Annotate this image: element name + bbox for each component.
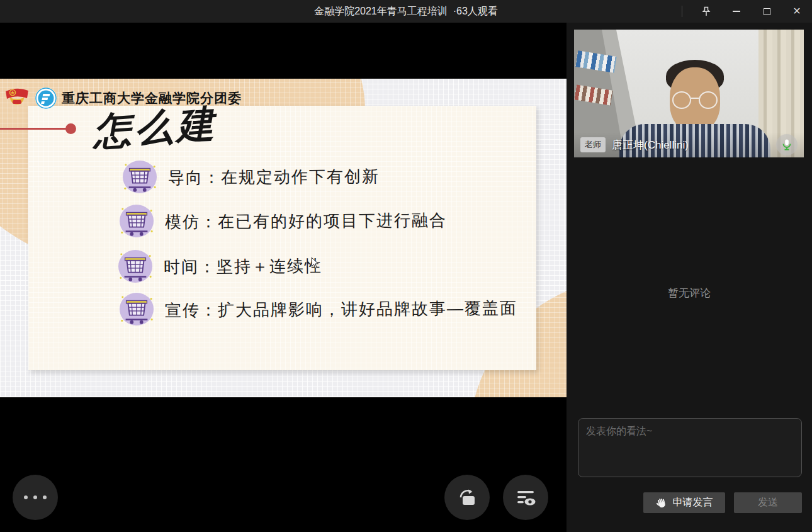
bullet-text: 导向：在规定动作下有创新: [168, 165, 380, 188]
comment-visibility-icon: [514, 486, 537, 509]
sidebar-actions: 申请发言 发送: [643, 492, 802, 513]
maximize-icon: [764, 8, 770, 15]
bullet-item: 模仿：在已有的好的项目下进行融合: [118, 203, 447, 239]
more-options-icon: [24, 495, 47, 499]
pin-icon: [700, 5, 713, 18]
mouse-cursor: [311, 257, 320, 269]
bullet-item: 时间：坚持＋连续性: [117, 249, 322, 284]
bullet-text: 宣传：扩大品牌影响，讲好品牌故事—覆盖面: [165, 297, 517, 322]
close-icon: ✕: [792, 6, 801, 16]
slide-title: 怎么建: [91, 98, 219, 158]
pin-button[interactable]: [691, 0, 721, 23]
window-title: 金融学院2021年青马工程培训 ·63人观看: [314, 5, 498, 18]
send-button[interactable]: 发送: [734, 492, 802, 513]
speaker-name: 唐正坤(Chiellini): [612, 138, 689, 152]
bullet-item: 导向：在规定动作下有创新: [121, 159, 380, 195]
controls-divider: [682, 6, 682, 17]
interaction-sidebar: 老师 唐正坤(Chiellini) 暂无评论: [567, 23, 812, 532]
bullet-text: 时间：坚持＋连续性: [164, 255, 322, 278]
shopping-cart-icon: [118, 203, 155, 239]
shopping-cart-icon: [121, 159, 158, 195]
more-options-button[interactable]: [13, 475, 58, 520]
shopping-cart-icon: [117, 249, 154, 284]
bullet-text: 模仿：在已有的好的项目下进行融合: [165, 209, 447, 233]
rotate-screen-icon: [455, 485, 479, 509]
session-title: 金融学院2021年青马工程培训: [314, 5, 448, 18]
maximize-button[interactable]: [752, 0, 782, 23]
comment-input[interactable]: [578, 418, 802, 477]
title-accent-dot: [65, 123, 76, 134]
comment-visibility-button[interactable]: [503, 475, 548, 520]
window-controls: ✕: [682, 0, 812, 23]
role-badge: 老师: [580, 137, 606, 152]
bullet-item: 宣传：扩大品牌影响，讲好品牌故事—覆盖面: [118, 291, 517, 327]
viewer-count: ·63人观看: [453, 5, 498, 18]
titlebar: 金融学院2021年青马工程培训 ·63人观看 ✕: [0, 0, 812, 23]
minimize-icon: [733, 11, 740, 12]
empty-comments-message: 暂无评论: [567, 286, 812, 300]
send-label: 发送: [758, 496, 778, 509]
rotate-screen-button[interactable]: [444, 475, 490, 520]
raise-hand-label: 申请发言: [673, 496, 713, 509]
microphone-status[interactable]: [776, 134, 798, 156]
raise-hand-button[interactable]: 申请发言: [643, 492, 725, 513]
college-logo: [35, 87, 57, 110]
raised-hand-icon: [656, 497, 668, 509]
slide: 重庆工商大学金融学院分团委 怎么建: [0, 79, 567, 397]
shopping-cart-icon: [118, 291, 155, 327]
live-class-window: 金融学院2021年青马工程培训 ·63人观看 ✕: [0, 0, 812, 532]
webcam-overlay: 老师 唐正坤(Chiellini): [574, 132, 804, 157]
presentation-stage: 重庆工商大学金融学院分团委 怎么建: [0, 23, 567, 532]
title-accent-line: [0, 128, 67, 130]
close-button[interactable]: ✕: [782, 0, 812, 23]
league-emblem-logo: [4, 85, 30, 111]
webcam-video[interactable]: 老师 唐正坤(Chiellini): [574, 30, 804, 157]
minimize-button[interactable]: [721, 0, 752, 23]
microphone-icon: [781, 139, 792, 151]
speaker-glasses: [671, 91, 719, 110]
